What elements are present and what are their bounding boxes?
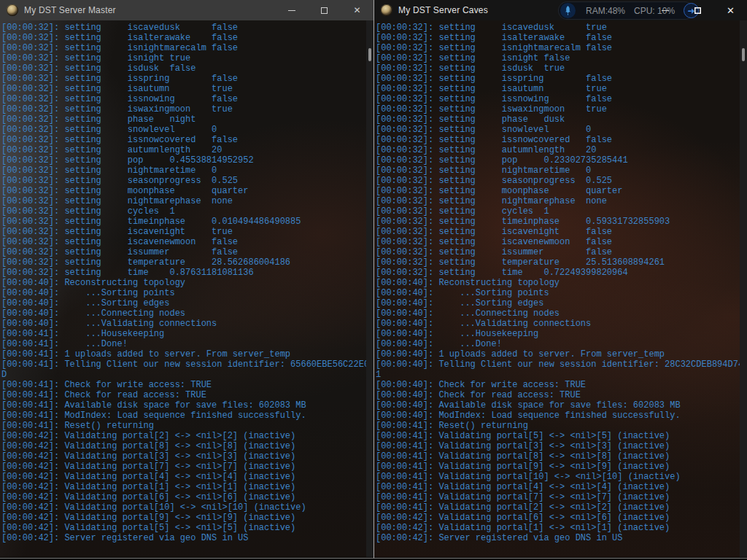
console-line: [00:00:42]: Validating portal[1] <-> <ni… bbox=[1, 482, 366, 492]
ram-usage-label: RAM:48% bbox=[586, 6, 625, 16]
console-line: [00:00:32]: setting time 0.7224939982096… bbox=[376, 268, 740, 278]
console-line: [00:00:32]: setting iscavedusk false bbox=[1, 23, 366, 33]
console-line: [00:00:32]: setting iscavenight true bbox=[1, 227, 366, 237]
console-line: [00:00:41]: ModIndex: Load sequence fini… bbox=[1, 411, 366, 421]
console-line: [00:00:32]: setting iscavenewmoon false bbox=[376, 237, 740, 247]
console-line: [00:00:32]: setting timeinphase 0.593317… bbox=[376, 217, 740, 227]
console-line: [00:00:42]: Validating portal[2] <-> <ni… bbox=[1, 431, 366, 441]
console-line: [00:00:32]: setting issnowing false bbox=[376, 94, 740, 104]
console-line: [00:00:40]: Available disk space for sav… bbox=[376, 400, 740, 411]
console-line: [00:00:32]: setting isnightmarecalm fals… bbox=[376, 43, 740, 53]
console-line: [00:00:40]: Check for read access: TRUE bbox=[376, 390, 740, 400]
close-button[interactable]: ✕ bbox=[714, 0, 747, 20]
console-line: [00:00:32]: setting time 0.8763118108113… bbox=[1, 268, 366, 278]
console-output-caves[interactable]: [00:00:32]: setting iscavedusk true[00:0… bbox=[374, 20, 740, 557]
window-dst-server-master: My DST Server Master ✕ [00:00:32]: setti… bbox=[0, 0, 374, 559]
console-line: [00:00:40]: Reconstructing topology bbox=[1, 278, 366, 288]
console-output-master[interactable]: [00:00:32]: setting iscavedusk false[00:… bbox=[0, 20, 366, 557]
console-line: [00:00:41]: Validating portal[9] <-> <ni… bbox=[376, 462, 740, 472]
console-line: [00:00:42]: Validating portal[1] <-> <ni… bbox=[376, 523, 740, 533]
console-line: [00:00:32]: setting temperature 25.51360… bbox=[376, 257, 740, 268]
console-line: [00:00:41]: Validating portal[3] <-> <ni… bbox=[376, 441, 740, 451]
scrollbar-thumb[interactable] bbox=[742, 48, 745, 61]
console-line: [00:00:32]: setting issummer false bbox=[376, 247, 740, 257]
console-line: [00:00:32]: setting issnowcovered false bbox=[376, 135, 740, 145]
maximize-button[interactable] bbox=[681, 0, 714, 20]
window-controls: ✕ bbox=[649, 0, 747, 20]
performance-rocket-icon[interactable] bbox=[560, 3, 576, 18]
console-line: [00:00:32]: setting iscavenewmoon false bbox=[1, 237, 366, 247]
console-line: [00:00:32]: setting moonphase quarter bbox=[1, 186, 366, 196]
close-icon: ✕ bbox=[353, 6, 360, 15]
console-line: [00:00:40]: ...Sorting points bbox=[376, 288, 740, 298]
maximize-button[interactable] bbox=[308, 0, 341, 20]
console-line: [00:00:32]: setting isnight true bbox=[1, 53, 366, 63]
console-line: [00:00:42]: Server registered via geo DN… bbox=[376, 533, 740, 543]
console-line: [00:00:42]: Validating portal[10] <-> <n… bbox=[1, 502, 366, 513]
console-line: [00:00:32]: setting iswaxingmoon true bbox=[1, 104, 366, 114]
console-line: [00:00:40]: ...Validating connections bbox=[1, 319, 366, 329]
console-line: [00:00:32]: setting isautumn true bbox=[376, 84, 740, 94]
console-line: [00:00:32]: setting temperature 28.56268… bbox=[1, 257, 366, 268]
window-title: My DST Server Caves bbox=[398, 5, 488, 15]
console-line: [00:00:41]: 1 uploads added to server. F… bbox=[1, 349, 366, 359]
console-line: [00:00:41]: Telling Client our new sessi… bbox=[1, 359, 366, 370]
rocket-icon bbox=[564, 6, 572, 15]
console-line: [00:00:42]: Validating portal[7] <-> <ni… bbox=[1, 462, 366, 472]
minimize-button[interactable] bbox=[649, 0, 681, 20]
maximize-icon bbox=[694, 7, 701, 14]
console-line: [00:00:32]: setting timeinphase 0.010494… bbox=[1, 217, 366, 227]
console-line: [00:00:41]: ...Done! bbox=[1, 339, 366, 349]
scrollbar-thumb[interactable] bbox=[368, 48, 371, 61]
console-line: [00:00:32]: setting issnowing false bbox=[1, 94, 366, 104]
console-line: [00:00:40]: ...Sorting edges bbox=[1, 298, 366, 308]
console-line: [00:00:40]: ...Sorting points bbox=[1, 288, 366, 298]
console-line: [00:00:32]: setting isnightmarecalm fals… bbox=[1, 43, 366, 53]
console-line: [00:00:32]: setting snowlevel 0 bbox=[376, 125, 740, 135]
console-line: [00:00:32]: setting isdusk false bbox=[1, 63, 366, 74]
console-line: [00:00:32]: setting isalterawake false bbox=[376, 33, 740, 43]
console-line: [00:00:41]: Reset() returning bbox=[1, 421, 366, 431]
console-line: [00:00:32]: setting phase night bbox=[1, 114, 366, 125]
console-line: [00:00:32]: setting isspring false bbox=[1, 74, 366, 84]
console-line: [00:00:40]: ModIndex: Load sequence fini… bbox=[376, 411, 740, 421]
console-line: [00:00:41]: Reset() returning bbox=[376, 421, 740, 431]
console-line: 1 bbox=[376, 370, 740, 380]
window-title: My DST Server Master bbox=[24, 5, 116, 15]
console-line: [00:00:42]: Server registered via geo DN… bbox=[1, 533, 366, 543]
console-line: [00:00:32]: setting issnowcovered false bbox=[1, 135, 366, 145]
console-line: [00:00:41]: Validating portal[4] <-> <ni… bbox=[376, 482, 740, 492]
console-line: [00:00:41]: ...Housekeeping bbox=[1, 329, 366, 339]
console-line: [00:00:32]: setting snowlevel 0 bbox=[1, 125, 366, 135]
console-line: [00:00:32]: setting pop 0.23302735285441 bbox=[376, 155, 740, 166]
minimize-button[interactable] bbox=[275, 0, 308, 20]
console-line: [00:00:32]: setting cycles 1 bbox=[376, 206, 740, 217]
window-controls: ✕ bbox=[275, 0, 374, 20]
scrollbar-caves[interactable] bbox=[740, 20, 747, 557]
console-line: [00:00:41]: Check for write access: TRUE bbox=[1, 380, 366, 390]
scrollbar-master[interactable] bbox=[366, 20, 374, 557]
minimize-icon bbox=[288, 10, 295, 11]
close-button[interactable]: ✕ bbox=[341, 0, 374, 20]
console-line: [00:00:41]: Available disk space for sav… bbox=[1, 400, 366, 411]
console-line: [00:00:32]: setting nightmarephase none bbox=[376, 196, 740, 206]
console-line: [00:00:40]: ...Connecting nodes bbox=[1, 308, 366, 319]
console-line: [00:00:32]: setting isnight false bbox=[376, 53, 740, 63]
maximize-icon bbox=[321, 7, 328, 14]
console-line: [00:00:41]: Validating portal[10] <-> <n… bbox=[376, 472, 740, 482]
titlebar-master[interactable]: My DST Server Master ✕ bbox=[0, 0, 374, 20]
console-line: [00:00:32]: setting isspring false bbox=[376, 74, 740, 84]
console-line: [00:00:32]: setting issummer false bbox=[1, 247, 366, 257]
console-line: [00:00:42]: Validating portal[6] <-> <ni… bbox=[376, 513, 740, 523]
dst-server-app-icon bbox=[381, 4, 392, 16]
console-line: D bbox=[1, 370, 366, 380]
console-line: [00:00:32]: setting seasonprogress 0.525 bbox=[376, 176, 740, 186]
console-line: [00:00:40]: ...Sorting edges bbox=[376, 298, 740, 308]
console-line: [00:00:32]: setting moonphase quarter bbox=[376, 186, 740, 196]
console-line: [00:00:32]: setting nightmaretime 0 bbox=[376, 166, 740, 176]
console-line: [00:00:32]: setting nightmaretime 0 bbox=[1, 166, 366, 176]
console-line: [00:00:40]: Reconstructing topology bbox=[376, 278, 740, 288]
console-line: [00:00:40]: ...Housekeeping bbox=[376, 329, 740, 339]
console-line: [00:00:40]: ...Validating connections bbox=[376, 319, 740, 329]
console-line: [00:00:32]: setting autumnlength 20 bbox=[1, 145, 366, 155]
